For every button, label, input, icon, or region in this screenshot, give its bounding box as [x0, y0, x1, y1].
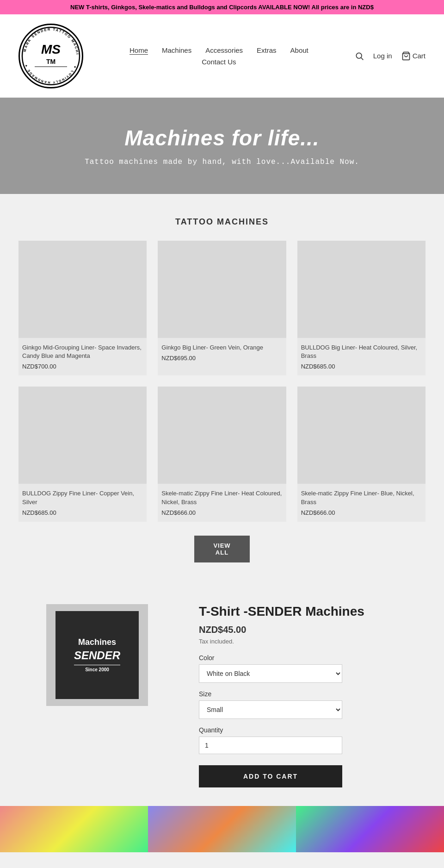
tshirt-price: NZD$45.00: [199, 624, 426, 635]
hero-title: Machines for life...: [124, 125, 319, 150]
nav-accessories[interactable]: Accessories: [205, 46, 243, 54]
tshirt-tax: Tax included.: [199, 638, 426, 645]
nav: Home Machines Accessories Extras About C…: [102, 46, 336, 66]
tshirt-image: Machines SENDER Since 2000: [46, 604, 148, 706]
color-group: Color White on Black Black on White: [199, 654, 426, 683]
tattoo-machines-section: TATTOO MACHINES Ginkgo Mid-Grouping Line…: [0, 194, 444, 586]
nav-bottom-row: Contact Us: [202, 58, 236, 66]
product-name-1: Ginkgo Mid-Grouping Liner- Space Invader…: [22, 343, 143, 360]
quantity-input[interactable]: [199, 737, 342, 754]
svg-text:TM: TM: [46, 58, 56, 65]
tshirt-image-area: Machines SENDER Since 2000: [18, 604, 176, 706]
table-row[interactable]: BULLDOG Zippy Fine Liner- Copper Vein, S…: [18, 387, 147, 521]
announcement-bar: NEW T-shirts, Ginkgos, Skele-matics and …: [0, 0, 444, 14]
search-button[interactable]: [355, 51, 364, 61]
product-price-1: NZD$700.00: [22, 363, 143, 370]
products-grid: Ginkgo Mid-Grouping Liner- Space Invader…: [18, 241, 426, 522]
color-select[interactable]: White on Black Black on White: [199, 664, 342, 683]
product-name-5: Skele-matic Zippy Fine Liner- Heat Colou…: [161, 489, 282, 506]
table-row[interactable]: BULLDOG Big Liner- Heat Coloured, Silver…: [297, 241, 426, 375]
product-name-2: Ginkgo Big Liner- Green Vein, Orange: [161, 343, 282, 352]
svg-point-6: [356, 53, 362, 58]
svg-text:MS: MS: [41, 42, 61, 56]
svg-text:✦ LOVINGLY HANDMADE ✦: ✦ LOVINGLY HANDMADE ✦: [24, 63, 77, 84]
table-row[interactable]: Ginkgo Mid-Grouping Liner- Space Invader…: [18, 241, 147, 375]
cart-button[interactable]: Cart: [401, 51, 426, 61]
cart-label: Cart: [413, 52, 426, 60]
product-name-3: BULLDOG Big Liner- Heat Coloured, Silver…: [301, 343, 422, 360]
tshirt-thumbnail: Machines SENDER Since 2000: [56, 611, 139, 699]
logo-area: MARK SENDER TATTOO MACHINES ✦ LOVINGLY H…: [18, 24, 83, 88]
tshirt-section: Machines SENDER Since 2000 T-Shirt -SEND…: [0, 586, 444, 806]
product-price-6: NZD$666.00: [301, 509, 422, 516]
login-label: Log in: [373, 52, 392, 60]
hero-section: Machines for life... Tattoo machines mad…: [0, 98, 444, 194]
product-name-4: BULLDOG Zippy Fine Liner- Copper Vein, S…: [22, 489, 143, 506]
product-image-4: [18, 387, 147, 484]
bottom-thumb-3[interactable]: [296, 806, 444, 852]
table-row[interactable]: Skele-matic Zippy Fine Liner- Heat Colou…: [158, 387, 286, 521]
color-label: Color: [199, 654, 426, 662]
table-row[interactable]: Skele-matic Zippy Fine Liner- Blue, Nick…: [297, 387, 426, 521]
bottom-thumb-2[interactable]: [148, 806, 296, 852]
header: MARK SENDER TATTOO MACHINES ✦ LOVINGLY H…: [0, 14, 444, 98]
product-price-5: NZD$666.00: [161, 509, 282, 516]
product-price-4: NZD$685.00: [22, 509, 143, 516]
size-group: Size Small Medium Large XL: [199, 690, 426, 719]
announcement-text: NEW T-shirts, Ginkgos, Skele-matics and …: [70, 4, 374, 11]
add-to-cart-button[interactable]: ADD TO CART: [199, 765, 342, 787]
size-select[interactable]: Small Medium Large XL: [199, 700, 342, 719]
product-image-5: [158, 387, 286, 484]
search-icon: [355, 51, 364, 61]
product-name-6: Skele-matic Zippy Fine Liner- Blue, Nick…: [301, 489, 422, 506]
nav-about[interactable]: About: [290, 46, 308, 54]
nav-top-row: Home Machines Accessories Extras About: [130, 46, 308, 54]
cart-icon: [401, 51, 411, 61]
product-price-2: NZD$695.00: [161, 355, 282, 362]
nav-contact[interactable]: Contact Us: [202, 58, 236, 66]
quantity-label: Quantity: [199, 726, 426, 734]
product-image-1: [18, 241, 147, 338]
nav-machines[interactable]: Machines: [162, 46, 191, 54]
nav-home[interactable]: Home: [130, 46, 148, 54]
logo: MARK SENDER TATTOO MACHINES ✦ LOVINGLY H…: [18, 24, 83, 88]
product-image-3: [297, 241, 426, 338]
view-all-button[interactable]: VIEW ALL: [194, 536, 250, 562]
header-actions: Log in Cart: [355, 51, 426, 61]
product-image-2: [158, 241, 286, 338]
tattoo-section-title: TATTOO MACHINES: [18, 217, 426, 227]
product-price-3: NZD$685.00: [301, 363, 422, 370]
login-button[interactable]: Log in: [373, 52, 392, 60]
nav-extras[interactable]: Extras: [257, 46, 277, 54]
quantity-group: Quantity: [199, 726, 426, 754]
tshirt-details: T-Shirt -SENDER Machines NZD$45.00 Tax i…: [199, 604, 426, 787]
bottom-thumb-1[interactable]: [0, 806, 148, 852]
size-label: Size: [199, 690, 426, 698]
bottom-thumbnails: [0, 806, 444, 852]
product-image-6: [297, 387, 426, 484]
svg-line-7: [361, 57, 364, 60]
table-row[interactable]: Ginkgo Big Liner- Green Vein, Orange NZD…: [158, 241, 286, 375]
tshirt-title: T-Shirt -SENDER Machines: [199, 604, 426, 619]
hero-subtitle: Tattoo machines made by hand, with love.…: [85, 158, 359, 166]
